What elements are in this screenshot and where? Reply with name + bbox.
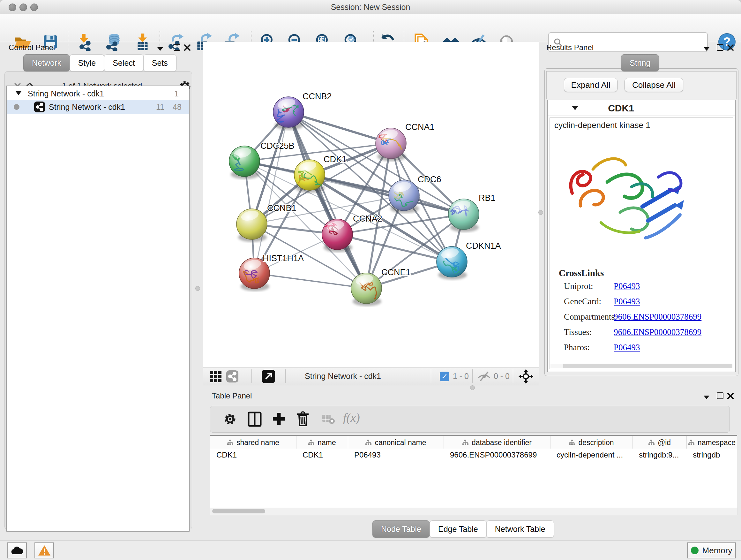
node-label: CCNA1: [405, 122, 434, 132]
tab-network[interactable]: Network: [23, 54, 70, 71]
cloud-status-button[interactable]: [7, 543, 27, 558]
results-panel-body: Expand All Collapse All CDK1 cyclin-depe…: [544, 68, 738, 376]
node-label: CDC25B: [260, 141, 294, 151]
table-cell[interactable]: stringdb:9...: [639, 450, 684, 461]
crosslink-label: Pharos:: [564, 343, 614, 353]
hidden-eye-icon: [477, 371, 491, 381]
close-panel-icon[interactable]: [727, 392, 734, 399]
tab-edge-table[interactable]: Edge Table: [429, 520, 487, 538]
table-panel-title: Table Panel: [212, 391, 252, 400]
tab-sets[interactable]: Sets: [143, 54, 177, 71]
table-cell[interactable]: CDK1: [302, 450, 346, 461]
entry-detail-box: cyclin-dependent kinase 1: [549, 118, 733, 369]
close-panel-icon[interactable]: [184, 44, 191, 51]
network-view-toolbar: String Network - cdk1 ✓ 1 - 0 0 - 0: [203, 367, 539, 385]
panel-menu-icon[interactable]: [704, 46, 710, 52]
crosslink-value-link[interactable]: P06493: [614, 343, 640, 353]
column-header-description[interactable]: description: [550, 436, 633, 449]
birdseye-navigator-icon[interactable]: [262, 370, 275, 383]
column-header-namespace[interactable]: namespace: [686, 436, 737, 449]
graph-edge[interactable]: [254, 273, 366, 288]
table-cell[interactable]: CDK1: [216, 450, 294, 461]
expand-all-button[interactable]: Expand All: [564, 78, 617, 92]
graph-node-cdc25b[interactable]: CDC25B: [229, 141, 294, 179]
column-header-canonical-name[interactable]: canonical name: [348, 436, 444, 449]
float-panel-icon[interactable]: [174, 44, 180, 52]
results-hscrollbar[interactable]: [550, 364, 732, 368]
tab-network-table[interactable]: Network Table: [486, 520, 554, 538]
column-header-label: name: [318, 438, 336, 447]
column-header-shared-name[interactable]: shared name: [210, 436, 296, 449]
crosslink-value-link[interactable]: 9606.ENSP00000378699: [614, 327, 701, 337]
gear-icon[interactable]: [223, 412, 237, 426]
horizontal-splitter-handle[interactable]: [470, 385, 475, 390]
tab-style[interactable]: Style: [70, 54, 105, 71]
column-type-icon: [688, 439, 694, 446]
column-header-name[interactable]: name: [296, 436, 348, 449]
node-label: RB1: [479, 193, 495, 203]
hidden-node-edge-counts: 0 - 0: [494, 372, 510, 381]
tab-string[interactable]: String: [621, 54, 659, 71]
column-type-icon: [648, 439, 655, 446]
float-panel-icon[interactable]: [717, 392, 724, 400]
selected-checkbox-icon[interactable]: ✓: [440, 372, 449, 381]
left-splitter-handle[interactable]: [195, 286, 200, 291]
cloud-icon: [11, 546, 23, 555]
column-header-database-identifier[interactable]: database identifier: [444, 436, 550, 449]
add-column-icon[interactable]: [272, 412, 286, 426]
tree-expand-icon[interactable]: [16, 91, 21, 95]
tab-node-table[interactable]: Node Table: [373, 520, 430, 538]
crosslink-row: Uniprot:P06493: [564, 281, 730, 291]
crosslink-row: Compartments:9606.ENSP00000378699: [564, 312, 730, 322]
crosslink-label: Tissues:: [564, 327, 614, 337]
toolbar-separator: [513, 369, 513, 383]
collapse-all-button[interactable]: Collapse All: [624, 78, 683, 92]
result-entry-header[interactable]: CDK1: [548, 100, 735, 116]
column-header-@id[interactable]: @id: [632, 436, 687, 449]
share-view-icon[interactable]: [226, 370, 239, 382]
crosslink-label: GeneCard:: [564, 297, 614, 307]
column-type-icon: [227, 439, 233, 446]
network-row-selected[interactable]: String Network - cdk1 11 48: [7, 100, 189, 114]
scrollbar-thumb[interactable]: [212, 509, 265, 513]
table-cell[interactable]: stringdb: [693, 450, 735, 461]
network-status-dot: [14, 104, 19, 110]
table-cell[interactable]: cyclin-dependent ...: [556, 450, 630, 461]
fit-content-crosshair-icon[interactable]: [519, 369, 533, 384]
memory-button[interactable]: Memory: [687, 543, 736, 558]
table-cell[interactable]: 9606.ENSP00000378699: [450, 450, 548, 461]
crosslink-row: Pharos:P06493: [564, 343, 730, 353]
delete-column-icon[interactable]: [296, 411, 310, 427]
panel-menu-icon[interactable]: [157, 46, 163, 52]
graph-node-cdkn1a[interactable]: CDKN1A: [436, 241, 501, 280]
results-panel: Results Panel Expand All Collapse All CD…: [542, 42, 741, 375]
crosslink-label: Uniprot:: [564, 281, 614, 291]
close-panel-icon[interactable]: [727, 44, 734, 51]
node-label: CDKN1A: [466, 241, 501, 251]
warning-status-button[interactable]: [35, 543, 54, 558]
column-header-label: description: [578, 438, 614, 447]
network-collection-row[interactable]: String Network - cdk1 1: [7, 87, 189, 100]
string-results-card: CDK1 cyclin-dependent kinase 1: [547, 100, 736, 372]
table-hscrollbar[interactable]: [210, 508, 738, 515]
node-label: HIST1H1A: [263, 253, 304, 263]
crosslink-value-link[interactable]: P06493: [614, 297, 640, 307]
panel-menu-icon[interactable]: [704, 395, 710, 400]
float-panel-icon[interactable]: [717, 44, 724, 52]
network-graph[interactable]: CCNB2CCNA1CDC25BCDK1CDC6RB1CCNB1CCNA2CDK…: [203, 42, 539, 367]
collapse-entry-icon[interactable]: [572, 106, 578, 110]
graph-node-hist1h1a[interactable]: HIST1H1A: [239, 253, 304, 291]
entry-description: cyclin-dependent kinase 1: [554, 120, 650, 130]
graph-node-ccnb1[interactable]: CCNB1: [237, 203, 296, 242]
select-columns-icon[interactable]: [247, 412, 262, 427]
graph-node-ccnb2[interactable]: CCNB2: [273, 91, 332, 130]
crosslink-value-link[interactable]: 9606.ENSP00000378699: [614, 312, 701, 322]
memory-label: Memory: [702, 546, 732, 556]
graph-edge[interactable]: [288, 112, 391, 143]
crosslink-value-link[interactable]: P06493: [614, 281, 640, 291]
graph-node-rb1[interactable]: RB1: [448, 193, 495, 232]
graph-node-ccna1[interactable]: CCNA1: [376, 122, 434, 161]
tab-select[interactable]: Select: [104, 54, 143, 71]
table-cell[interactable]: P06493: [354, 450, 442, 461]
grid-view-icon[interactable]: [210, 370, 222, 382]
